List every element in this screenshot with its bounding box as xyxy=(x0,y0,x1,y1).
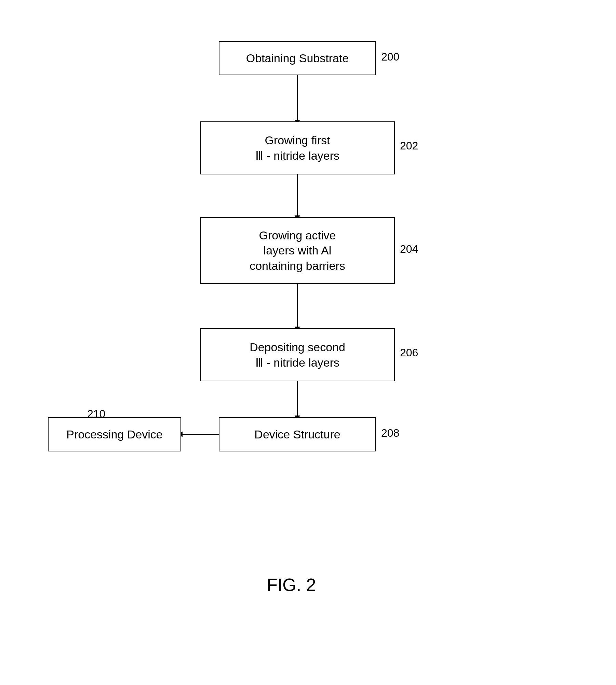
ref-208: 208 xyxy=(381,427,399,439)
ref-206: 206 xyxy=(400,346,418,359)
depositing-second-nitride-box: Depositing secondⅢ - nitride layers xyxy=(200,328,395,381)
arrow-active-to-second-nitride xyxy=(297,284,298,327)
growing-active-layers-box: Growing activelayers with Alcontaining b… xyxy=(200,217,395,284)
depositing-second-nitride-label: Depositing secondⅢ - nitride layers xyxy=(250,340,345,370)
growing-first-nitride-box: Growing firstⅢ - nitride layers xyxy=(200,121,395,174)
device-structure-box: Device Structure xyxy=(219,417,376,451)
ref-200: 200 xyxy=(381,51,399,63)
obtaining-substrate-label: Obtaining Substrate xyxy=(246,51,349,66)
arrow-first-nitride-to-active xyxy=(297,174,298,216)
arrow-obtaining-to-growing-first xyxy=(297,75,298,120)
arrow-device-structure-to-processing xyxy=(182,434,219,435)
obtaining-substrate-box: Obtaining Substrate xyxy=(219,41,376,75)
device-structure-label: Device Structure xyxy=(254,427,340,442)
processing-device-box: Processing Device xyxy=(48,417,181,451)
ref-204: 204 xyxy=(400,243,418,255)
growing-first-nitride-label: Growing firstⅢ - nitride layers xyxy=(255,133,339,163)
diagram-container: Obtaining Substrate 200 Growing firstⅢ -… xyxy=(0,0,616,685)
figure-label: FIG. 2 xyxy=(267,575,316,595)
ref-210: 210 xyxy=(87,408,105,420)
processing-device-label: Processing Device xyxy=(66,427,163,442)
ref-202: 202 xyxy=(400,140,418,152)
arrow-second-nitride-to-device-structure xyxy=(297,381,298,416)
growing-active-layers-label: Growing activelayers with Alcontaining b… xyxy=(250,228,345,273)
